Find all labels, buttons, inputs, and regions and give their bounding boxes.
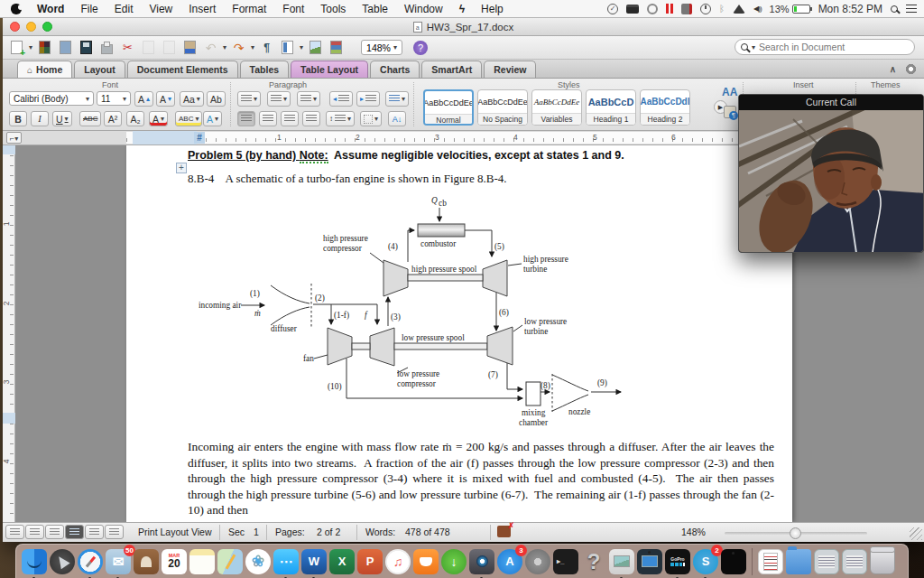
object-move-handle[interactable]: +	[176, 163, 187, 173]
close-button[interactable]	[10, 22, 20, 32]
minimize-button[interactable]	[26, 22, 36, 32]
capture-app-icon[interactable]	[681, 4, 692, 14]
dock-minimized-window-icon[interactable]	[814, 549, 839, 574]
dock-maps-icon[interactable]	[217, 549, 243, 574]
spotlight-icon[interactable]	[891, 5, 898, 13]
tab-document-elements[interactable]: Document Elements	[127, 61, 238, 78]
gallery-button[interactable]	[36, 40, 53, 56]
dock-finder-icon[interactable]	[22, 549, 47, 574]
dock-powerpoint-icon[interactable]: P	[357, 549, 383, 574]
dock-messages-icon[interactable]	[273, 549, 299, 574]
menu-edit[interactable]: Edit	[106, 3, 142, 15]
menu-table[interactable]: Table	[354, 3, 396, 15]
dock-terminal-icon[interactable]	[553, 549, 578, 574]
print-layout-view-button[interactable]	[65, 525, 84, 539]
strikethrough-button[interactable]: ABC	[79, 111, 101, 126]
new-document-caret[interactable]: ▾	[29, 43, 32, 51]
text-effects-button[interactable]: A▾	[203, 111, 222, 126]
video-call-window[interactable]: Current Call	[738, 94, 924, 253]
menu-font[interactable]: Font	[274, 3, 312, 15]
focus-view-button[interactable]	[105, 525, 124, 539]
draft-view-button[interactable]	[5, 525, 24, 539]
undo-button[interactable]: ↶	[202, 40, 219, 56]
flash-menu-icon[interactable]: ϟ	[451, 3, 473, 15]
zoom-field[interactable]: 148%▾	[361, 40, 402, 55]
turbofan-schematic-figure[interactable]: Q cb combustor high pressure compressor …	[180, 190, 632, 435]
multilevel-list-button[interactable]: ▾	[297, 91, 320, 107]
menu-word[interactable]: Word	[29, 3, 72, 15]
notebook-view-button[interactable]	[85, 525, 104, 539]
align-left-button[interactable]	[237, 111, 255, 126]
dock-excel-icon[interactable]: X	[329, 549, 355, 574]
dock-safari-icon[interactable]	[78, 549, 103, 574]
tab-smartart[interactable]: SmartArt	[421, 61, 482, 78]
layout-caret[interactable]: ▾	[300, 43, 303, 51]
zoom-button[interactable]	[42, 22, 52, 32]
video-call-titlebar[interactable]: Current Call	[739, 95, 923, 110]
subscript-button[interactable]: A₂	[126, 111, 144, 126]
indent-marker[interactable]: #	[194, 132, 205, 144]
show-marks-button[interactable]: ¶	[258, 40, 275, 56]
dock-preview-icon[interactable]	[609, 549, 634, 574]
dock-missing-app-icon[interactable]: ?	[581, 549, 606, 574]
text-styles-icon[interactable]: A​A	[722, 86, 737, 98]
dock-word-icon[interactable]: W	[301, 549, 327, 574]
font-size-select[interactable]: 11▾	[97, 91, 131, 106]
menu-format[interactable]: Format	[224, 3, 274, 15]
zoom-slider-knob[interactable]	[790, 527, 801, 539]
cut-button[interactable]: ✂	[119, 40, 136, 56]
paste-button[interactable]	[161, 40, 178, 56]
tab-layout[interactable]: Layout	[74, 61, 125, 78]
apple-menu-icon[interactable]	[11, 4, 22, 14]
dock-minimized-window2-icon[interactable]	[842, 549, 867, 574]
dock-windows-console-icon[interactable]	[721, 549, 746, 574]
pages-value[interactable]: 2 of 2	[317, 527, 340, 537]
style-normal[interactable]: AaBbCcDdEeNormal	[423, 89, 474, 126]
open-button[interactable]	[57, 40, 74, 56]
picture-button[interactable]	[307, 40, 324, 56]
notification-center-icon[interactable]	[906, 5, 917, 13]
increase-indent-button[interactable]: ▸	[356, 91, 380, 107]
highlight-button[interactable]: ABC▾	[175, 111, 202, 126]
battery-indicator[interactable]: 13%	[770, 4, 810, 14]
tab-tables[interactable]: Tables	[240, 61, 289, 78]
font-color-button[interactable]: A▾	[149, 111, 168, 126]
collapse-ribbon-icon[interactable]: ∧	[890, 64, 896, 74]
copy-button[interactable]	[140, 40, 157, 56]
menu-tools[interactable]: Tools	[312, 3, 354, 15]
dock-photos-icon[interactable]	[245, 549, 271, 574]
bullets-button[interactable]: ▾	[237, 91, 261, 107]
menu-insert[interactable]: Insert	[180, 3, 224, 15]
align-right-button[interactable]	[281, 111, 299, 126]
grow-font-button[interactable]: A▴	[134, 91, 153, 107]
dock-documents-stack-icon[interactable]	[758, 549, 783, 574]
numbering-button[interactable]: ▾	[267, 91, 291, 107]
borders-button[interactable]: ▾	[360, 111, 382, 126]
tab-stop-selector[interactable]: ⌐▾	[6, 132, 22, 144]
underline-button[interactable]: U▾	[52, 111, 72, 126]
spelling-status-icon[interactable]	[497, 526, 511, 537]
style-heading2[interactable]: AaBbCcDdIHeading 2	[640, 89, 690, 126]
tab-table-layout[interactable]: Table Layout	[291, 61, 368, 78]
style-pane-icon[interactable]	[724, 106, 736, 118]
dock-parallels-icon[interactable]	[637, 549, 662, 574]
format-painter-button[interactable]	[181, 40, 199, 56]
search-caret[interactable]: ▾	[752, 43, 755, 51]
dock-gopro-icon[interactable]: GoPro	[665, 549, 690, 574]
tab-review[interactable]: Review	[484, 61, 536, 78]
pause-menu-icon[interactable]	[666, 3, 673, 15]
resize-grip[interactable]	[910, 527, 922, 540]
zoom-slider[interactable]	[725, 532, 867, 535]
media-button[interactable]	[328, 40, 345, 56]
dock-calendar-icon[interactable]: MAR20	[162, 549, 187, 574]
dock-system-preferences-icon[interactable]	[525, 549, 550, 574]
undo-caret[interactable]: ▾	[223, 43, 226, 51]
menu-window[interactable]: Window	[396, 3, 451, 15]
bluetooth-icon[interactable]: ᛒ	[719, 3, 725, 15]
superscript-button[interactable]: A²	[104, 111, 122, 126]
italic-button[interactable]: I	[31, 111, 49, 126]
change-case-button[interactable]: Aa▾	[180, 91, 204, 107]
dock-notes-icon[interactable]	[189, 549, 215, 574]
shrink-font-button[interactable]: A▾	[156, 91, 175, 107]
redo-button[interactable]: ↷	[230, 40, 247, 56]
